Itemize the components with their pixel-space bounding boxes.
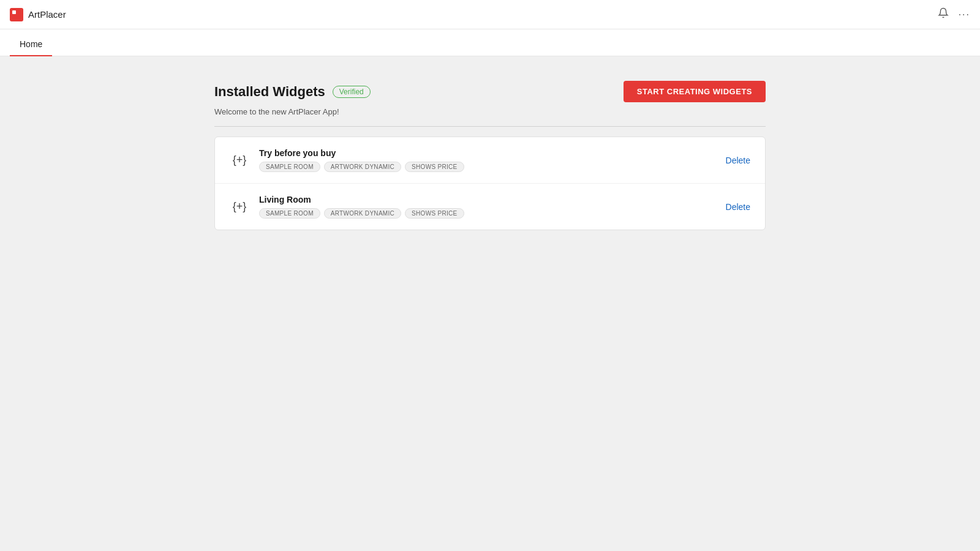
topbar: ArtPlacer ··· bbox=[0, 0, 980, 29]
tag-sample-room: SAMPLE ROOM bbox=[259, 208, 320, 219]
widget-info: Living Room SAMPLE ROOM ARTWORK DYNAMIC … bbox=[259, 195, 464, 219]
tag-shows-price: SHOWS PRICE bbox=[405, 162, 464, 172]
delete-button-1[interactable]: Delete bbox=[726, 156, 750, 165]
widget-item: {+} Living Room SAMPLE ROOM ARTWORK DYNA… bbox=[215, 184, 765, 230]
nav-tabs: Home bbox=[0, 29, 980, 56]
tag-artwork-dynamic: ARTWORK DYNAMIC bbox=[324, 208, 401, 219]
page-header-left: Installed Widgets Verified bbox=[214, 84, 371, 100]
svg-rect-0 bbox=[10, 8, 23, 21]
content-wrapper: Installed Widgets Verified START CREATIN… bbox=[214, 81, 766, 230]
tag-artwork-dynamic: ARTWORK DYNAMIC bbox=[324, 162, 401, 172]
widget-item: {+} Try before you buy SAMPLE ROOM ARTWO… bbox=[215, 137, 765, 184]
more-options-icon[interactable]: ··· bbox=[959, 9, 970, 20]
svg-rect-1 bbox=[12, 10, 16, 14]
page-title: Installed Widgets bbox=[214, 84, 325, 100]
welcome-text: Welcome to the new ArtPlacer App! bbox=[214, 107, 766, 116]
tag-sample-room: SAMPLE ROOM bbox=[259, 162, 320, 172]
artplacer-logo bbox=[10, 8, 23, 21]
widget-icon: {+} bbox=[230, 154, 249, 167]
start-creating-button[interactable]: START CREATING WIDGETS bbox=[624, 81, 766, 102]
widget-item-left: {+} Living Room SAMPLE ROOM ARTWORK DYNA… bbox=[230, 195, 464, 219]
topbar-right: ··· bbox=[938, 7, 970, 21]
widget-list: {+} Try before you buy SAMPLE ROOM ARTWO… bbox=[214, 137, 766, 230]
divider bbox=[214, 126, 766, 127]
widget-icon: {+} bbox=[230, 200, 249, 213]
widget-info: Try before you buy SAMPLE ROOM ARTWORK D… bbox=[259, 148, 464, 172]
notification-icon[interactable] bbox=[938, 7, 949, 21]
widget-tags: SAMPLE ROOM ARTWORK DYNAMIC SHOWS PRICE bbox=[259, 208, 464, 219]
widget-item-left: {+} Try before you buy SAMPLE ROOM ARTWO… bbox=[230, 148, 464, 172]
widget-name: Living Room bbox=[259, 195, 464, 204]
widget-tags: SAMPLE ROOM ARTWORK DYNAMIC SHOWS PRICE bbox=[259, 162, 464, 172]
widget-name: Try before you buy bbox=[259, 148, 464, 158]
page-header: Installed Widgets Verified START CREATIN… bbox=[214, 81, 766, 102]
tag-shows-price: SHOWS PRICE bbox=[405, 208, 464, 219]
verified-badge: Verified bbox=[333, 86, 371, 98]
tab-home[interactable]: Home bbox=[10, 33, 52, 56]
main-content: Installed Widgets Verified START CREATIN… bbox=[0, 56, 980, 255]
app-name: ArtPlacer bbox=[28, 9, 66, 20]
topbar-left: ArtPlacer bbox=[10, 8, 66, 21]
delete-button-2[interactable]: Delete bbox=[726, 202, 750, 212]
